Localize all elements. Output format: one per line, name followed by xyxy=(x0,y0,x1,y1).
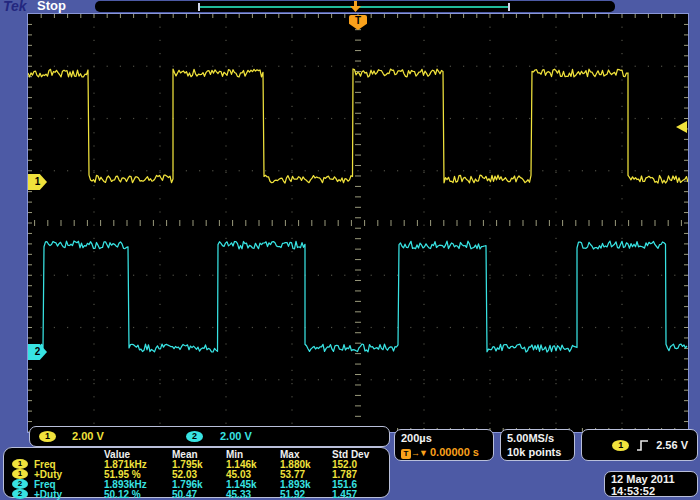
measurement-value: 50.12 % xyxy=(104,489,172,500)
channel1-marker-label: 1 xyxy=(35,176,41,187)
timebase-scale: 200µs xyxy=(401,431,493,445)
date-text: 12 May 2011 xyxy=(611,473,697,485)
trigger-position-readout: T→▼ 0.00000 s xyxy=(401,445,493,460)
measurement-channel-badge: 1 xyxy=(12,469,28,479)
measurement-channel-badge: 2 xyxy=(12,489,28,499)
channel-scale-readout: 1 2.00 V 2 2.00 V xyxy=(29,426,390,447)
measurement-min: 45.33 xyxy=(226,489,280,500)
measurement-grid: Value Mean Min Max Std Dev 1Freq1.871kHz… xyxy=(4,448,389,499)
record-view-bar[interactable] xyxy=(95,1,615,12)
time-text: 14:53:52 xyxy=(611,485,697,497)
measurement-table: Value Mean Min Max Std Dev 1Freq1.871kHz… xyxy=(3,447,390,498)
waveform-plot xyxy=(28,14,688,432)
trigger-position-value: 0.00000 s xyxy=(430,446,479,458)
record-length: 10k points xyxy=(507,445,574,459)
arrow-down-icons: →▼ xyxy=(411,448,427,458)
trigger-flag-label: T xyxy=(355,15,361,26)
trigger-source-badge: 1 xyxy=(612,440,629,451)
channel2-badge[interactable]: 2 xyxy=(186,431,203,442)
graticule: T 1 2 xyxy=(27,13,689,433)
trigger-t-icon: T xyxy=(401,449,411,459)
measurement-channel-badge: 2 xyxy=(12,479,28,489)
measurement-name: +Duty xyxy=(34,489,104,500)
trigger-level-value: 2.56 V xyxy=(656,439,688,451)
window-left-bracket-icon xyxy=(198,3,200,11)
measurement-max: 51.92 xyxy=(280,489,332,500)
window-right-bracket-icon xyxy=(508,3,510,11)
acquisition-status: Stop xyxy=(37,0,66,13)
acquisition-readout[interactable]: 5.00MS/s 10k points xyxy=(500,429,575,461)
measurement-mean: 50.47 xyxy=(172,489,226,500)
channel2-marker-label: 2 xyxy=(35,346,41,357)
trigger-position-arrowhead-icon[interactable] xyxy=(350,6,361,12)
channel2-scale[interactable]: 2.00 V xyxy=(220,430,252,442)
oscilloscope-screen: Tek Stop T 1 2 1 2.00 V 2 2.00 V Value M… xyxy=(0,0,700,500)
channel1-scale[interactable]: 2.00 V xyxy=(72,430,104,442)
timebase-readout[interactable]: 200µs T→▼ 0.00000 s xyxy=(394,429,494,461)
measurement-stddev: 1.457 xyxy=(332,489,391,500)
channel1-badge[interactable]: 1 xyxy=(39,431,56,442)
sample-rate: 5.00MS/s xyxy=(507,431,574,445)
trigger-readout[interactable]: 1 2.56 V xyxy=(581,429,698,461)
rising-edge-icon xyxy=(636,439,649,452)
tek-logo: Tek xyxy=(3,0,27,14)
datetime-readout: 12 May 2011 14:53:52 xyxy=(604,471,698,497)
measurement-channel-badge: 1 xyxy=(12,459,28,469)
